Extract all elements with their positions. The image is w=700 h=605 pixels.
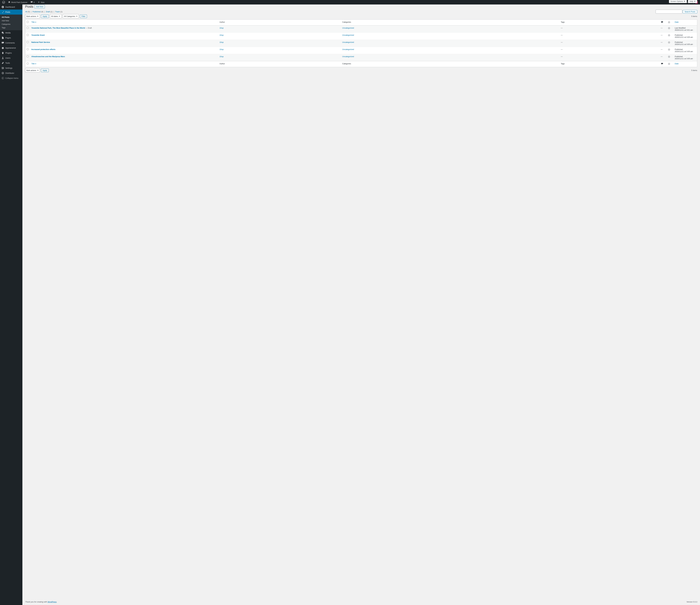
categories-select[interactable]: All Categories: [63, 14, 79, 18]
sidebar-item-plugins[interactable]: Plugins: [0, 50, 22, 55]
search-button[interactable]: Search Posts: [683, 10, 697, 14]
select-all-checkbox[interactable]: [27, 21, 29, 23]
category-link[interactable]: Uncategorized: [342, 41, 354, 43]
col-date[interactable]: Date: [673, 61, 697, 67]
bulk-actions-select-bottom[interactable]: Bulk actions: [25, 68, 40, 72]
post-title-link[interactable]: Increased protection efforts: [31, 48, 55, 50]
filter-all[interactable]: All: [25, 10, 27, 13]
collapse-menu[interactable]: Collapse menu: [0, 76, 22, 81]
table-row: Ahwahneechee and the Mariposa Wars 10up …: [25, 54, 697, 61]
screen-options-button[interactable]: Screen Options ▼: [669, 0, 687, 3]
svg-point-18: [668, 42, 670, 43]
category-link[interactable]: Uncategorized: [342, 48, 354, 50]
filter-published[interactable]: Published: [33, 10, 41, 13]
row-checkbox[interactable]: [27, 34, 29, 36]
sidebar-label: Posts: [5, 11, 10, 13]
category-link[interactable]: Uncategorized: [342, 27, 354, 29]
table-row: Yosemite National Park, The Most Beautif…: [25, 25, 697, 33]
row-checkbox[interactable]: [27, 48, 29, 50]
row-checkbox[interactable]: [27, 55, 29, 57]
sidebar-item-comments[interactable]: Comments: [0, 40, 22, 45]
col-author: Author: [218, 20, 341, 25]
comments-cell: —: [659, 40, 667, 47]
svg-point-1: [2, 57, 3, 58]
filter-draft[interactable]: Draft: [46, 10, 50, 13]
submenu-all-posts[interactable]: All Posts: [0, 16, 22, 19]
author-link[interactable]: 10up: [220, 27, 224, 29]
submenu-tags[interactable]: Tags: [0, 26, 22, 29]
footer-version: Version 5.5.3: [686, 601, 697, 603]
settings-icon: [1, 67, 4, 70]
sidebar-label: Dashboard: [5, 6, 15, 8]
post-status: — Draft: [85, 27, 92, 29]
col-comments: [659, 61, 667, 67]
sidebar-item-distributor[interactable]: Distributor: [0, 71, 22, 76]
col-author: Author: [218, 61, 341, 67]
apply-button[interactable]: Apply: [41, 15, 49, 18]
sidebar-item-settings[interactable]: Settings: [0, 66, 22, 71]
post-title-link[interactable]: Ahwahneechee and the Mariposa Wars: [31, 55, 65, 57]
author-link[interactable]: 10up: [220, 55, 224, 57]
help-button[interactable]: Help ▼: [688, 0, 697, 3]
svg-point-12: [668, 21, 670, 23]
author-link[interactable]: 10up: [220, 41, 224, 43]
sidebar-item-appearance[interactable]: Appearance: [0, 45, 22, 50]
media-icon: [1, 31, 4, 34]
sort-down-icon: ▼: [35, 63, 36, 65]
svg-point-10: [2, 77, 4, 79]
post-title-link[interactable]: National Park Service: [31, 41, 50, 43]
svg-point-13: [669, 28, 669, 28]
row-checkbox[interactable]: [27, 41, 29, 43]
sidebar-item-pages[interactable]: Pages: [0, 35, 22, 40]
filter-trash[interactable]: Trash: [55, 10, 60, 13]
dates-select[interactable]: All dates: [50, 14, 61, 18]
filter-button[interactable]: Filter: [80, 15, 87, 18]
wp-logo-icon[interactable]: [1, 0, 6, 4]
sidebar-item-posts[interactable]: Posts: [0, 9, 22, 15]
pages-icon: [1, 37, 4, 39]
post-title-link[interactable]: Yosemite National Park, The Most Beautif…: [31, 27, 85, 29]
category-link[interactable]: Uncategorized: [342, 55, 354, 57]
post-title-link[interactable]: Yosemite Grant: [31, 34, 45, 36]
col-distributor: [667, 20, 673, 25]
sidebar-item-media[interactable]: Media: [0, 30, 22, 35]
apply-button-bottom[interactable]: Apply: [41, 69, 49, 72]
col-comments: [659, 20, 667, 25]
dashboard-icon: [1, 6, 4, 8]
col-title[interactable]: Title▼: [30, 20, 218, 25]
table-row: National Park Service 10up Uncategorized…: [25, 40, 697, 47]
col-date[interactable]: Date: [673, 20, 697, 25]
sidebar-label: Plugins: [5, 52, 12, 54]
select-all-checkbox-bottom[interactable]: [27, 63, 29, 65]
sidebar-label: Users: [5, 57, 10, 59]
distributor-cell: [667, 40, 673, 47]
add-new-button[interactable]: Add New: [34, 5, 45, 8]
author-link[interactable]: 10up: [220, 34, 224, 36]
author-link[interactable]: 10up: [220, 48, 224, 50]
appearance-icon: [1, 47, 4, 49]
submenu-add-new[interactable]: Add New: [0, 19, 22, 22]
bulk-actions-select[interactable]: Bulk actions: [25, 14, 40, 18]
date-cell: Published2020/11/11 at 3:05 am: [673, 54, 697, 61]
sidebar-item-users[interactable]: Users: [0, 55, 22, 60]
search-input[interactable]: [656, 10, 682, 14]
svg-point-23: [669, 64, 669, 64]
svg-point-21: [669, 56, 669, 57]
wordpress-link[interactable]: WordPress: [48, 601, 56, 603]
category-link[interactable]: Uncategorized: [342, 34, 354, 36]
svg-point-22: [668, 56, 670, 58]
date-cell: Published2020/11/11 at 3:05 am: [673, 33, 697, 40]
date-cell: Last Modified2020/11/11 at 3:01 am: [673, 25, 697, 33]
sidebar-item-tools[interactable]: Tools: [0, 60, 22, 66]
row-checkbox[interactable]: [27, 27, 29, 29]
sidebar-item-dashboard[interactable]: Dashboard: [0, 4, 22, 9]
sidebar-label: Media: [5, 32, 10, 34]
sidebar-label: Comments: [5, 42, 15, 44]
col-tags: Tags: [559, 20, 659, 25]
users-icon: [1, 56, 4, 59]
submenu-categories[interactable]: Categories: [0, 22, 22, 26]
sidebar-label: Tools: [5, 62, 10, 64]
comments-icon: [1, 42, 4, 44]
col-title[interactable]: Title▼: [30, 61, 218, 67]
comments-cell: —: [659, 54, 667, 61]
